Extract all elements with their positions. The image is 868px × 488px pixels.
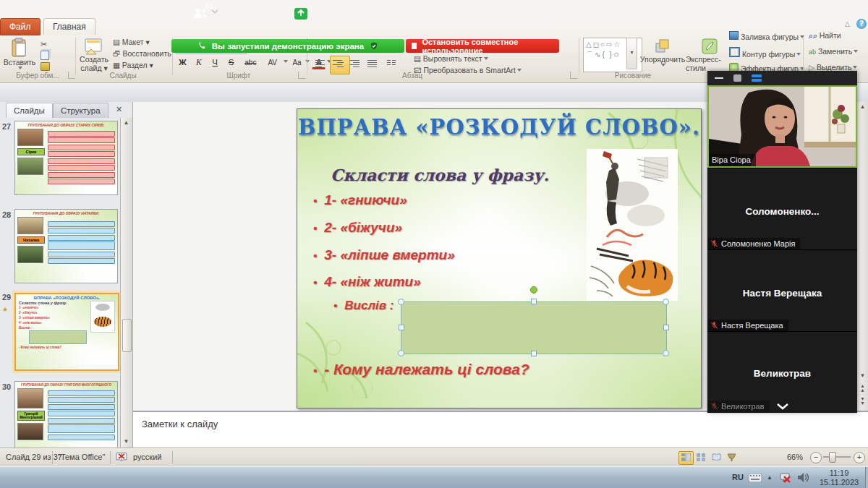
text-shadow-button[interactable]: abc [240, 56, 260, 69]
zoom-in-icon[interactable]: + [854, 452, 865, 463]
speaker-video-tile[interactable]: Віра Сіора [707, 85, 857, 168]
previous-slide-icon[interactable]: ▲▲ [857, 384, 868, 395]
thumbnail-photo [17, 388, 43, 408]
strikethrough-button[interactable]: S [224, 56, 238, 69]
resize-handle[interactable] [663, 299, 669, 305]
network-error-icon[interactable] [780, 472, 792, 484]
clock[interactable]: 11:19 15.11.2023 [814, 468, 864, 487]
copy-icon[interactable] [41, 51, 49, 60]
tab-slides[interactable]: Слайды [6, 103, 53, 118]
participant-tile[interactable]: Соломоненко... Соломоненко Марія [707, 168, 857, 250]
format-painter-icon[interactable] [41, 62, 50, 71]
language-indicator-tray[interactable]: RU [732, 473, 744, 481]
language-indicator[interactable]: русский [133, 453, 161, 461]
scroll-up-icon[interactable]: ▲ [857, 102, 868, 113]
group-drawing-label: Рисование [579, 72, 687, 80]
font-dialog-launcher[interactable] [298, 72, 305, 79]
zoom-out-icon[interactable]: − [810, 452, 822, 463]
tab-file[interactable]: Файл [0, 18, 41, 35]
speaker-icon[interactable] [797, 472, 809, 483]
clipboard-dialog-launcher[interactable] [68, 72, 75, 79]
show-desktop-button[interactable] [865, 467, 868, 488]
slide-illustration[interactable] [587, 149, 678, 301]
slideshow-view-button[interactable] [724, 451, 739, 465]
tab-outline[interactable]: Структура [53, 103, 109, 118]
shapes-scroll-down[interactable]: ▾ [626, 38, 637, 69]
slide-bullet: 3- «ліпше вмерти» [313, 247, 455, 263]
shape-fill-icon [729, 31, 739, 40]
spellcheck-icon[interactable] [116, 452, 127, 462]
thumbnail-photo [17, 217, 43, 234]
answer-textbox-selected[interactable] [401, 301, 667, 354]
close-panel-icon[interactable]: ✕ [116, 105, 122, 114]
stop-sharing-button[interactable]: Остановить совместное использование [406, 39, 559, 53]
scroll-down-icon[interactable]: ▼ [857, 371, 868, 382]
resize-handle[interactable] [531, 351, 537, 356]
collapse-strip-icon[interactable] [776, 403, 789, 410]
resize-handle[interactable] [663, 350, 669, 356]
find-icon: ⌕⌕ [809, 31, 817, 40]
quick-styles-icon [701, 38, 718, 55]
clipboard-icon [11, 38, 28, 58]
italic-button[interactable]: К [192, 56, 205, 69]
replace-button[interactable]: ab Заменить [809, 47, 858, 56]
normal-view-button[interactable] [678, 451, 694, 465]
speaker-name-label: Віра Сіора [709, 154, 756, 166]
zoom-level[interactable]: 66% [787, 453, 803, 461]
shape-fill-button[interactable]: Заливка фигуры [729, 31, 804, 41]
layout-button[interactable]: ▤ Макет ▾ [113, 38, 150, 46]
shape-outline-button[interactable]: Контур фигуры [729, 47, 801, 59]
reset-button[interactable]: 🗗 Восстановить [113, 49, 171, 58]
arrange-button[interactable]: Упорядочить [641, 38, 684, 69]
new-slide-button[interactable]: Создать слайд ▾ [78, 38, 110, 72]
slide-thumbnail-30[interactable]: 30 ГРУПУВАННЯ ДО ОБРАЗУ ГРИГОРІЯ МНОГОГР… [0, 380, 132, 448]
slides-panel-scrollbar[interactable]: ▲ ▼ [120, 118, 132, 448]
animation-star-icon[interactable]: ★ [2, 306, 8, 313]
align-text-button[interactable]: ▤ Выровнять текст [414, 54, 488, 63]
keyboard-icon[interactable] [749, 474, 762, 482]
reading-view-button[interactable] [709, 451, 724, 465]
slide-thumbnail-27[interactable]: 27 ГРУПУВАННЯ ДО ОБРАЗУ СТАРИХ СІРКІВ: С… [0, 119, 132, 197]
character-spacing-button[interactable]: AV [263, 56, 282, 69]
tab-home[interactable]: Главная [43, 18, 95, 35]
resize-handle[interactable] [398, 299, 404, 305]
bold-button[interactable]: Ж [176, 56, 190, 69]
slide-thumbnail-29-selected[interactable]: 29 ★ ВПРАВА «РОЗКОДУЙ СЛОВО». Скласти сл… [0, 290, 132, 375]
gallery-view-icon[interactable] [752, 74, 762, 82]
thumbnail-photo [17, 423, 43, 440]
zoom-slider-track[interactable] [823, 456, 851, 458]
slide-canvas[interactable]: ВПРАВА «РОЗКОДУЙ СЛОВО». Скласти слова у… [297, 108, 702, 408]
minimize-panel-icon[interactable] [715, 77, 723, 79]
section-button[interactable]: ▦ Раздел ▾ [113, 61, 153, 69]
resize-handle[interactable] [663, 325, 669, 330]
slide-thumbnail-28[interactable]: 28 ГРУПУВАННЯ ДО ОБРАЗУ НАТАЛКИ: Наталка [0, 207, 132, 286]
theme-name: "Тема Office" [58, 453, 105, 461]
slide-subtitle: Скласти слова у фразу. [331, 166, 549, 184]
paragraph-dialog-launcher[interactable] [570, 72, 577, 79]
participant-tile[interactable]: Настя Верещака Настя Верещака [707, 249, 857, 332]
video-panel-controls [707, 71, 857, 85]
editor-scrollbar[interactable]: ▲ ▼ ▲▲ ▼▼ ▲ ▼ [856, 102, 868, 448]
participant-tile[interactable]: Великотрав Великотрав [707, 331, 857, 413]
collapse-ribbon-icon[interactable]: △ [845, 20, 850, 27]
next-slide-icon[interactable]: ▼▼ [857, 397, 868, 408]
zoom-slider-thumb[interactable] [829, 452, 836, 463]
resize-handle[interactable] [398, 350, 404, 356]
paste-button[interactable]: Вставить [4, 38, 35, 72]
show-hidden-icons[interactable]: ▲ [767, 474, 773, 481]
scrollbar-thumb[interactable] [122, 319, 132, 352]
notes-panel[interactable]: Заметки к слайду [133, 411, 868, 449]
find-button[interactable]: ⌕⌕ Найти [809, 31, 841, 40]
underline-button[interactable]: Ч [208, 56, 222, 69]
slide-sorter-view-button[interactable] [694, 451, 709, 465]
scroll-up-icon[interactable]: ▲ [121, 118, 132, 129]
participants-count: 13 [205, 2, 213, 10]
scroll-down-icon[interactable]: ▼ [121, 437, 132, 448]
change-case-button[interactable]: Aa [290, 56, 304, 69]
help-icon[interactable]: ? [856, 19, 867, 29]
resize-handle[interactable] [399, 325, 404, 330]
resize-handle[interactable] [531, 299, 537, 304]
stop-panel-video-icon[interactable] [733, 74, 741, 82]
rotation-handle[interactable] [530, 286, 537, 294]
cut-icon[interactable]: ✂ [41, 40, 47, 49]
